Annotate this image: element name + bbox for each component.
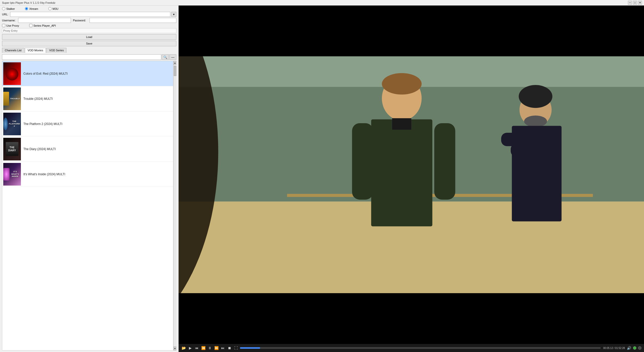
poster-text: IT'S WHAT'S INSIDE: [10, 169, 21, 179]
svg-point-14: [524, 115, 547, 127]
volume-icon: 🔊: [627, 346, 631, 350]
video-scene-content: [179, 56, 644, 293]
rewind-button[interactable]: ⏪: [201, 345, 206, 350]
use-proxy-checkbox[interactable]: [2, 24, 5, 27]
platform-graphic: [3, 118, 8, 130]
movie-poster: THE PLATFORM 2: [3, 113, 21, 135]
proxy-entry: Proxy Entry: [2, 28, 176, 33]
xtream-label: Xtream: [29, 7, 38, 10]
list-item[interactable]: IT'S WHAT'S INSIDE It's What's Inside (2…: [2, 162, 173, 187]
svg-rect-8: [371, 119, 432, 227]
svg-rect-11: [392, 118, 411, 130]
tabs-row: Channels List VOD Movies VOD Series: [2, 48, 176, 53]
eye-graphic: [6, 68, 18, 80]
video-top-letterbox: [179, 6, 644, 56]
svg-rect-17: [511, 143, 547, 157]
movie-list-wrapper: Colors of Evil: Red (2024) MULTI TROUBLE…: [2, 61, 176, 350]
stop-button[interactable]: ⏹: [227, 345, 232, 350]
movie-poster: TROUBLE: [3, 87, 21, 110]
trouble-graphic: [3, 92, 9, 106]
scroll-thumb[interactable]: [174, 66, 176, 76]
username-label: Username:: [2, 19, 17, 22]
fullscreen-button[interactable]: ⛶: [233, 345, 238, 350]
play-icon: ▶: [189, 346, 192, 350]
password-input[interactable]: [90, 18, 176, 23]
time-display: 00:05:12 / 01:52:28: [602, 347, 625, 349]
fullscreen-icon: ⛶: [234, 346, 238, 350]
volume-button[interactable]: 🔊: [626, 345, 631, 350]
svg-point-13: [519, 85, 552, 108]
left-panel: Stalker Xtream M3U URL: ▼ Username: Pass…: [0, 6, 179, 352]
use-proxy-option[interactable]: Use Proxy: [2, 24, 19, 27]
open-file-icon: 📂: [182, 346, 186, 350]
movie-poster: [3, 62, 21, 85]
url-row: URL: ▼: [2, 12, 176, 17]
connection-type-row: Stalker Xtream M3U: [2, 7, 176, 10]
tab-vod-movies[interactable]: VOD Movies: [25, 48, 46, 53]
search-row: 🔍 —: [2, 54, 176, 60]
m3u-radio-option[interactable]: M3U: [48, 7, 58, 10]
series-player-api-label: Series Player_API: [33, 24, 56, 27]
stalker-radio[interactable]: [2, 7, 5, 10]
scroll-down-button[interactable]: ▼: [174, 346, 176, 350]
movie-title: Colors of Evil: Red (2024) MULTI: [23, 72, 68, 75]
prev-icon: ⏮: [195, 346, 198, 350]
movie-poster: THEDIARY: [3, 138, 21, 160]
forward-button[interactable]: ⏩: [214, 345, 219, 350]
series-player-api-option[interactable]: Series Player_API: [29, 24, 56, 27]
prev-button[interactable]: ⏮: [194, 345, 199, 350]
movie-title: It's What's Inside (2024) MULTI: [23, 172, 65, 176]
stalker-radio-option[interactable]: Stalker: [2, 7, 15, 10]
load-button[interactable]: Load: [2, 34, 176, 40]
window-title: Super Iptv Player Plus V 1.1.5 ©by Freek…: [2, 1, 55, 4]
rewind-icon: ⏪: [201, 346, 206, 350]
open-file-button[interactable]: 📂: [181, 345, 186, 350]
tab-vod-series[interactable]: VOD Series: [46, 48, 66, 53]
movie-title: The Platform 2 (2024) MULTI: [23, 122, 62, 126]
scroll-up-button[interactable]: ▲: [174, 61, 176, 65]
scene-svg: [179, 56, 644, 293]
password-label: Password:: [73, 19, 89, 22]
list-item[interactable]: THEDIARY The Diary (2024) MULTI: [2, 137, 173, 162]
pause-button[interactable]: ⏸: [207, 345, 212, 350]
xtream-radio[interactable]: [25, 7, 28, 10]
movie-list: Colors of Evil: Red (2024) MULTI TROUBLE…: [2, 61, 173, 350]
settings-indicator[interactable]: [638, 346, 641, 350]
search-button[interactable]: 🔍: [162, 54, 169, 60]
right-panel: 📂 ▶ ⏮ ⏪ ⏸ ⏩ ⏭ ⏹: [179, 6, 644, 352]
url-label: URL:: [2, 13, 9, 16]
list-item[interactable]: THE PLATFORM 2 The Platform 2 (2024) MUL…: [2, 111, 173, 137]
list-item[interactable]: Colors of Evil: Red (2024) MULTI: [2, 61, 173, 86]
tab-channels[interactable]: Channels List: [2, 48, 24, 53]
scroll-track: ▲ ▼: [173, 61, 176, 350]
clear-button[interactable]: —: [169, 54, 176, 60]
clear-icon: —: [171, 55, 175, 59]
stop-icon: ⏹: [228, 346, 231, 350]
progress-bar[interactable]: [240, 347, 601, 349]
series-player-api-checkbox[interactable]: [29, 24, 32, 27]
svg-point-7: [382, 73, 422, 95]
next-button[interactable]: ⏭: [220, 345, 225, 350]
video-bottom-letterbox: [179, 293, 644, 344]
restore-button[interactable]: □: [633, 1, 637, 5]
xtream-radio-option[interactable]: Xtream: [25, 7, 38, 10]
minimize-button[interactable]: ─: [628, 1, 632, 5]
m3u-radio[interactable]: [48, 7, 52, 10]
play-button[interactable]: ▶: [188, 345, 193, 350]
control-bar: 📂 ▶ ⏮ ⏪ ⏸ ⏩ ⏭ ⏹: [179, 344, 644, 352]
url-input[interactable]: [10, 12, 170, 17]
progress-bar-fill: [240, 347, 260, 349]
username-input[interactable]: [18, 18, 71, 23]
save-button[interactable]: Save: [2, 41, 176, 46]
diary-graphic: THEDIARY: [6, 142, 18, 156]
search-icon: 🔍: [163, 55, 167, 59]
close-button[interactable]: ✕: [638, 1, 642, 5]
svg-rect-9: [352, 123, 373, 200]
title-bar: Super Iptv Player Plus V 1.1.5 ©by Freek…: [0, 0, 644, 6]
url-dropdown-button[interactable]: ▼: [171, 12, 176, 17]
movie-title: Trouble (2024) MULTI: [23, 97, 53, 101]
movie-poster: IT'S WHAT'S INSIDE: [3, 163, 21, 186]
list-item[interactable]: TROUBLE Trouble (2024) MULTI: [2, 86, 173, 111]
poster-text: TROUBLE: [9, 97, 21, 101]
search-input[interactable]: [2, 54, 161, 60]
